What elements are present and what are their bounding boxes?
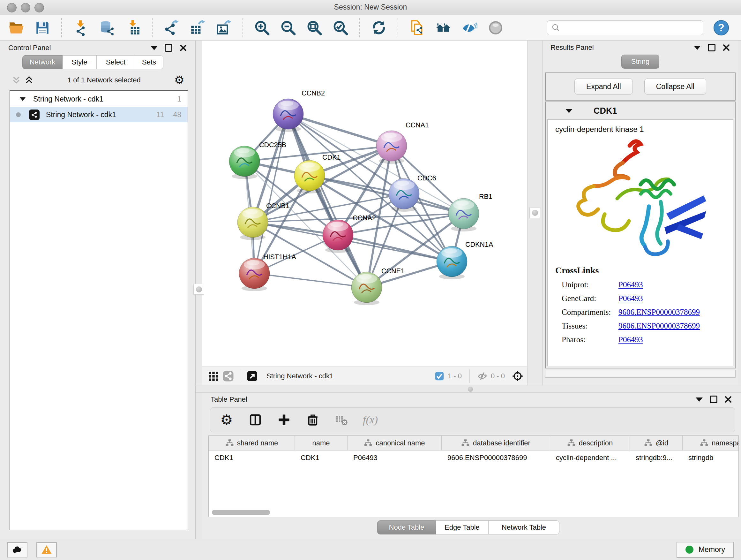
zoom-selected-button[interactable] <box>332 19 349 37</box>
export-image-button[interactable] <box>215 19 232 37</box>
tab-edge-table[interactable]: Edge Table <box>436 520 488 535</box>
control-panel-close-icon[interactable] <box>179 44 187 52</box>
table-options-gear-icon[interactable]: ⚙ <box>219 413 234 427</box>
warning-button[interactable] <box>37 542 57 557</box>
table-panel-menu-icon[interactable] <box>696 397 703 401</box>
toolbar-separator <box>398 18 398 37</box>
network-canvas[interactable]: CCNB2CCNA1CDC25BCDK1CDC6RB1CCNB1CCNA2CDK… <box>202 41 527 366</box>
share-view-icon[interactable] <box>221 369 235 383</box>
delete-column-trash-icon[interactable] <box>306 413 320 427</box>
grid-view-icon[interactable] <box>206 369 221 383</box>
collapse-all-networks-icon[interactable] <box>24 75 34 85</box>
tab-sets[interactable]: Sets <box>135 55 163 69</box>
export-network-button[interactable] <box>163 19 180 37</box>
birdseye-view-icon[interactable] <box>245 369 259 383</box>
tab-network[interactable]: Network <box>22 55 63 69</box>
tab-node-table[interactable]: Node Table <box>377 520 436 535</box>
column-header-database-identifier[interactable]: database identifier <box>442 436 550 450</box>
save-session-button[interactable] <box>34 19 51 37</box>
column-header-namespace[interactable]: namespace <box>683 436 739 450</box>
node-CDK1[interactable]: CDK1 <box>294 153 340 193</box>
results-panel-menu-icon[interactable] <box>694 46 701 50</box>
tab-string[interactable]: String <box>621 55 659 69</box>
table-panel-close-icon[interactable] <box>724 395 732 403</box>
tree-icon <box>700 439 709 447</box>
node-label-HIST1H1A: HIST1H1A <box>263 253 296 261</box>
create-column-icon[interactable] <box>277 413 291 427</box>
node-label-CCNB1: CCNB1 <box>266 202 289 210</box>
network-row-selected[interactable]: String Network - cdk1 11 48 <box>10 107 188 122</box>
crosslink-link[interactable]: 9606.ENSP00000378699 <box>618 308 700 317</box>
crosslink-link[interactable]: P06493 <box>618 294 643 303</box>
export-table-button[interactable] <box>189 19 206 37</box>
crosslink-link[interactable]: P06493 <box>618 280 643 289</box>
results-panel-close-icon[interactable] <box>723 44 730 51</box>
table-cell[interactable]: stringdb:9... <box>630 454 683 462</box>
crosslink-link[interactable]: P06493 <box>618 335 643 344</box>
network-collection-row[interactable]: String Network - cdk1 1 <box>10 91 188 107</box>
hide-unhide-button[interactable] <box>461 19 478 37</box>
collapse-all-button[interactable]: Collapse All <box>644 78 706 95</box>
zoom-in-button[interactable] <box>253 19 271 37</box>
column-header-name[interactable]: name <box>295 436 347 450</box>
node-CCNB2[interactable]: CCNB2 <box>273 89 325 132</box>
selected-checkbox-icon[interactable] <box>434 371 445 381</box>
right-splitter-handle[interactable] <box>529 207 540 218</box>
tab-style[interactable]: Style <box>63 55 97 69</box>
import-database-button[interactable] <box>98 19 116 37</box>
expand-all-networks-icon[interactable] <box>11 75 21 85</box>
node-HIST1H1A[interactable]: HIST1H1A <box>239 253 296 291</box>
control-panel-menu-icon[interactable] <box>151 46 158 50</box>
gene-description: cyclin-dependent kinase 1 <box>555 125 725 134</box>
left-splitter[interactable] <box>196 41 202 385</box>
table-row[interactable]: CDK1CDK1P064939606.ENSP00000378699cyclin… <box>209 450 738 465</box>
node-RB1[interactable]: RB1 <box>448 193 492 232</box>
string-home-button[interactable] <box>434 19 452 37</box>
table-cell[interactable]: P06493 <box>347 454 442 462</box>
open-session-button[interactable] <box>8 19 25 37</box>
zoom-out-button[interactable] <box>280 19 297 37</box>
collection-expand-icon[interactable] <box>20 98 25 101</box>
memory-button[interactable]: Memory <box>677 542 734 558</box>
column-header--id[interactable]: @id <box>630 436 683 450</box>
import-table-button[interactable] <box>125 19 142 37</box>
gene-section-collapse-icon[interactable] <box>565 109 572 113</box>
zoom-fit-button[interactable] <box>306 19 323 37</box>
refresh-view-button[interactable] <box>370 19 387 37</box>
search-input[interactable] <box>563 21 699 35</box>
clone-network-button[interactable] <box>408 19 426 37</box>
expand-all-button[interactable]: Expand All <box>575 78 633 95</box>
gene-section-header[interactable]: CDK1 <box>546 102 735 119</box>
table-cell[interactable]: CDK1 <box>209 454 295 462</box>
node-CCNA1[interactable]: CCNA1 <box>376 121 429 164</box>
table-cell[interactable]: stringdb <box>683 454 739 462</box>
fit-selected-crosshair-icon[interactable] <box>513 371 523 381</box>
hidden-items-icon[interactable] <box>477 371 488 381</box>
network-options-gear-icon[interactable]: ⚙ <box>174 74 185 86</box>
results-panel-scroll-strip[interactable] <box>545 370 736 378</box>
column-header-canonical-name[interactable]: canonical name <box>347 436 442 450</box>
help-button[interactable]: ? <box>713 19 730 36</box>
node-CDKN1A[interactable]: CDKN1A <box>436 241 493 279</box>
horizontal-splitter-handle[interactable] <box>468 387 473 392</box>
table-cell[interactable]: cyclin-dependent ... <box>550 454 630 462</box>
import-network-button[interactable] <box>72 19 89 37</box>
table-horizontal-scrollbar[interactable] <box>212 510 270 515</box>
tab-select[interactable]: Select <box>97 55 135 69</box>
left-splitter-handle[interactable] <box>193 284 204 295</box>
lens-button[interactable] <box>487 19 504 37</box>
column-header-shared-name[interactable]: shared name <box>209 436 295 450</box>
tab-network-table[interactable]: Network Table <box>488 520 559 535</box>
table-cell[interactable]: 9606.ENSP00000378699 <box>442 454 550 462</box>
table-panel-float-icon[interactable] <box>710 395 718 403</box>
column-header-description[interactable]: description <box>550 436 630 450</box>
node-table-header: shared namenamecanonical namedatabase id… <box>209 436 738 450</box>
table-cell[interactable]: CDK1 <box>295 454 347 462</box>
crosslink-link[interactable]: 9606.ENSP00000378699 <box>618 321 700 330</box>
node-CDC6[interactable]: CDC6 <box>389 174 436 212</box>
cloud-button[interactable] <box>7 542 27 557</box>
show-columns-icon[interactable] <box>248 413 263 427</box>
control-panel-float-icon[interactable] <box>165 44 172 52</box>
results-panel-float-icon[interactable] <box>708 44 716 51</box>
memory-status-dot <box>685 546 693 554</box>
